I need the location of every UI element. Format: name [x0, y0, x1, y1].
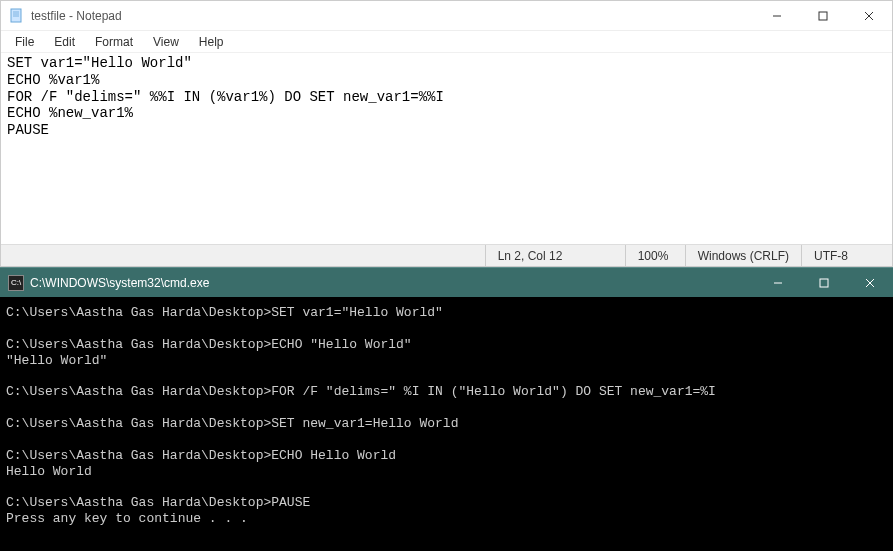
- status-cursor-position: Ln 2, Col 12: [486, 245, 626, 266]
- status-line-ending: Windows (CRLF): [686, 245, 802, 266]
- notepad-titlebar[interactable]: testfile - Notepad: [1, 1, 892, 31]
- cmd-title: C:\WINDOWS\system32\cmd.exe: [30, 276, 755, 290]
- cmd-titlebar[interactable]: C:\ C:\WINDOWS\system32\cmd.exe: [0, 267, 893, 297]
- cmd-window-controls: [755, 268, 893, 298]
- maximize-button[interactable]: [800, 1, 846, 31]
- svg-rect-5: [819, 12, 827, 20]
- notepad-statusbar: Ln 2, Col 12 100% Windows (CRLF) UTF-8: [1, 244, 892, 266]
- close-button[interactable]: [847, 268, 893, 298]
- notepad-app-icon: [9, 8, 25, 24]
- notepad-window: testfile - Notepad File Edit Format View…: [0, 0, 893, 267]
- status-zoom: 100%: [626, 245, 686, 266]
- notepad-title: testfile - Notepad: [31, 9, 754, 23]
- cmd-output[interactable]: C:\Users\Aastha Gas Harda\Desktop>SET va…: [0, 297, 893, 551]
- svg-rect-0: [11, 9, 21, 22]
- status-encoding: UTF-8: [802, 245, 892, 266]
- menu-help[interactable]: Help: [189, 33, 234, 51]
- notepad-window-controls: [754, 1, 892, 31]
- menu-view[interactable]: View: [143, 33, 189, 51]
- statusbar-spacer: [1, 245, 486, 266]
- menu-format[interactable]: Format: [85, 33, 143, 51]
- notepad-editor[interactable]: SET var1="Hello World" ECHO %var1% FOR /…: [1, 53, 892, 244]
- minimize-button[interactable]: [754, 1, 800, 31]
- menu-file[interactable]: File: [5, 33, 44, 51]
- cmd-app-icon: C:\: [8, 275, 24, 291]
- menu-edit[interactable]: Edit: [44, 33, 85, 51]
- notepad-menubar: File Edit Format View Help: [1, 31, 892, 53]
- cmd-window: C:\ C:\WINDOWS\system32\cmd.exe C:\Users…: [0, 267, 893, 551]
- svg-rect-9: [820, 279, 828, 287]
- maximize-button[interactable]: [801, 268, 847, 298]
- minimize-button[interactable]: [755, 268, 801, 298]
- close-button[interactable]: [846, 1, 892, 31]
